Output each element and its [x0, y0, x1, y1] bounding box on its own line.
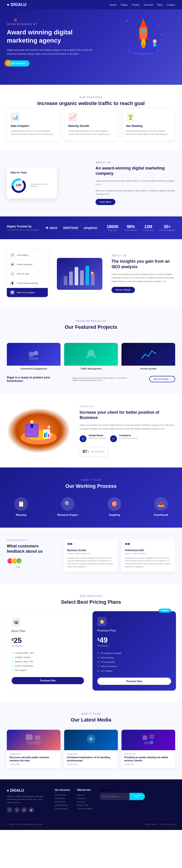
footer-socials: f t in ▶	[7, 807, 48, 813]
project-label-1: Traffic Management	[64, 368, 118, 370]
trust-heading: Digalu Trusted by	[7, 225, 39, 228]
donut-legend-text: Most clicked post this weekend	[31, 183, 53, 187]
footer-copyright: © Projects 2023. All Rights Reserved. Di…	[7, 823, 43, 826]
nav-project[interactable]: Project	[132, 3, 140, 6]
projects-section: PREMIUM PROJECTS Our Featured Projects C…	[0, 308, 182, 394]
premium-plan-button[interactable]: Purchase Now	[97, 678, 171, 685]
feature-card-growth: 📈 Maturity Growth Simple tracking system…	[64, 108, 117, 141]
about-desc1: Digalu was founded and spread, Digital S…	[96, 179, 175, 186]
rating-text: 4.8/5	[16, 566, 57, 568]
nav-pages[interactable]: Pages	[120, 3, 128, 6]
premium-feature-0: All analytics Campaign	[97, 651, 171, 655]
svg-point-40	[47, 426, 50, 429]
svg-point-8	[142, 43, 145, 49]
about-cta-button[interactable]: Learn More	[96, 199, 115, 205]
trust-text: Digalu Trusted by over 150,000+ clients …	[7, 225, 39, 231]
footer-service-4[interactable]: Content Writing	[54, 808, 70, 810]
testimonials-tag: TESTIMONIALS	[7, 539, 57, 541]
svg-rect-47	[35, 736, 40, 740]
projects-label: PREMIUM PROJECTS	[7, 320, 175, 322]
seo-menu-ppc[interactable]: 💡 Pay Per Click	[7, 269, 48, 279]
media-card-1: TRENDING Considered implications of he t…	[64, 730, 118, 768]
svg-rect-19	[64, 276, 67, 285]
svg-point-14	[161, 34, 162, 35]
hero-label: GROW BUSINESS BY	[7, 23, 93, 26]
process-icon-2: 🎯	[108, 497, 121, 511]
nav-logo-text: DIGALU	[11, 2, 26, 7]
project-card-0: Community Engagement	[7, 343, 61, 370]
media-author-2: Upload Date	[124, 763, 173, 765]
footer-service-3[interactable]: Email Marketing	[54, 804, 70, 806]
media-img-1	[64, 730, 118, 750]
nav-services[interactable]: Services	[144, 3, 153, 6]
hero-content: GROW BUSINESS BY Award winning digital m…	[7, 23, 93, 66]
testimonial-text-0: Excepteur sint occaecat cupidatat non pr…	[67, 557, 114, 568]
hero-section: GROW BUSINESS BY Award winning digital m…	[0, 9, 182, 85]
footer-service-2[interactable]: Pay Per Click	[54, 801, 70, 803]
svg-rect-29	[29, 358, 38, 360]
svg-marker-3	[140, 19, 147, 28]
company-sub-0: content – Agency Approved	[67, 553, 114, 555]
footer-service-1[interactable]: Social Media	[54, 797, 70, 799]
newsletter-submit-button[interactable]: Subscribe Now	[130, 793, 145, 800]
feature-icon-analytics: 📊	[11, 113, 20, 122]
quote-icon-0: ❝❝	[67, 543, 114, 547]
feature-card-analytics: 📊 Data Analytics Simple tracking system,…	[7, 108, 60, 141]
basic-feature-3: Full No Commission	[11, 664, 84, 668]
trust-stat-label-0: Page View	[107, 229, 119, 231]
projects-header: PREMIUM PROJECTS Our Featured Projects	[7, 320, 175, 336]
process-connector-2: →	[133, 497, 142, 516]
pricing-section: OUR SERVICES Select Best Pricing Plans 📦…	[0, 584, 182, 701]
premium-plan-name: Premium Plan	[97, 629, 171, 632]
footer-service-0[interactable]: SEO Services	[54, 794, 70, 796]
about-desc2: We focus on quality innovation and speed…	[96, 189, 175, 196]
trust-stat-2: 12M Project Done	[143, 224, 153, 231]
business-visual	[7, 408, 71, 453]
seo-menu-social[interactable]: 📱 Social Media marketing	[7, 279, 48, 288]
nav-home[interactable]: Home	[110, 3, 116, 6]
seo-menu-analytics[interactable]: 📊 Real Time Analytics	[7, 288, 48, 297]
footer-logo-icon: ●	[7, 788, 9, 793]
about-visual: Stats for Today 12K Clicks Most clicked …	[7, 168, 86, 198]
feature-desc-0: Simple tracking system, from data analyt…	[11, 129, 56, 136]
media-author-0: Upload Date	[9, 763, 58, 765]
premium-feature-3: Full E-Commerce	[97, 664, 171, 669]
seo-menu-link-building[interactable]: 🔗 Link Building	[7, 251, 48, 260]
nav-blog[interactable]: Blog	[157, 3, 162, 6]
growth-label: Business Growth	[91, 451, 105, 453]
nav-contact[interactable]: Contact	[167, 3, 175, 6]
media-author-1: Upload Date	[67, 763, 115, 765]
project-label-2: Income growth	[121, 368, 175, 370]
seo-cta-button[interactable]: Service Details	[111, 287, 135, 293]
donut-sub: Clicks	[16, 187, 22, 188]
ppc-icon: 💡	[10, 272, 14, 276]
footer-official-2[interactable]: Our Team	[77, 801, 93, 803]
trust-stats: 1800K Page View 98% Positive Review 12M …	[107, 224, 175, 231]
seo-description: Digalu was founded and spread, Digital S…	[111, 273, 175, 283]
footer-official-1[interactable]: Contact Us	[77, 797, 93, 799]
social-linkedin[interactable]: in	[22, 807, 27, 813]
social-facebook[interactable]: f	[7, 807, 12, 813]
footer-privacy-link[interactable]: Privacy Policy	[145, 823, 156, 826]
process-step-label-0: Planning	[7, 514, 35, 516]
basic-plan-button[interactable]: Purchase Plan	[11, 677, 84, 684]
business-title: Increase your client for better position…	[80, 410, 175, 421]
view-all-button[interactable]: View All Projects →	[149, 376, 175, 382]
stat-title-global: Global Reach	[89, 434, 106, 437]
seo-menu-online-marketing[interactable]: 📣 Online Marketing	[7, 260, 48, 269]
newsletter-email-input[interactable]	[100, 793, 130, 800]
footer-official-3[interactable]: Privacy Policy	[77, 804, 93, 806]
social-youtube[interactable]: ▶	[29, 807, 34, 813]
feature-desc-2: Simple tracking system, from data analyt…	[126, 129, 171, 136]
footer-official-0[interactable]: About Us	[77, 794, 93, 796]
basic-feature-0: Increase traffic / SEO	[11, 651, 84, 655]
media-label: HOW IT PLAN	[7, 713, 175, 715]
footer-official-4[interactable]: Terms & Conditions	[77, 808, 93, 810]
process-section: HOW IT PLAN Our Working Process 📋 Planni…	[0, 467, 182, 528]
footer-official-col: Official Info About Us Contact Us Our Te…	[77, 788, 93, 813]
footer-terms-link[interactable]: Terms & Conditions	[159, 823, 175, 826]
business-stats: 🌐 Global Reach Worldwide Coverage 🛒 Comm…	[80, 434, 175, 443]
process-step-label-1: Research Project	[53, 514, 82, 516]
media-section: HOW IT PLAN Our Latest Media TRENDING Di…	[0, 701, 182, 779]
social-twitter[interactable]: t	[14, 807, 20, 813]
